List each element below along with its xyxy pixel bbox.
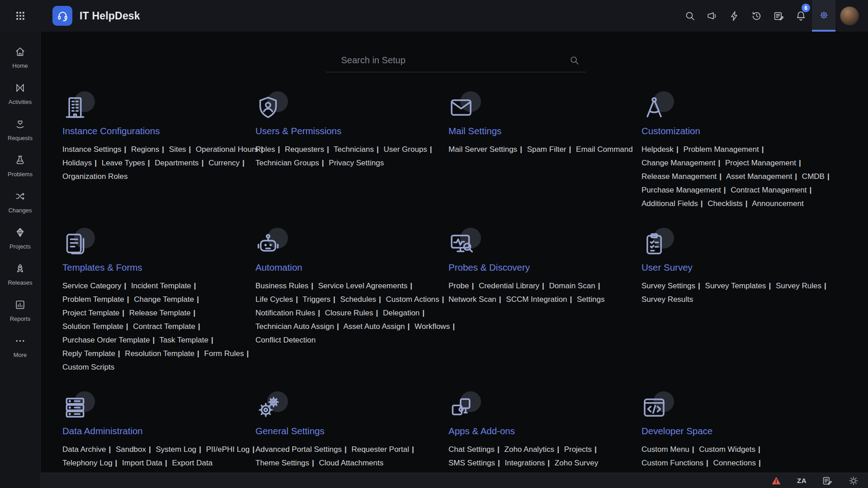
setup-link[interactable]: Operational Hours <box>196 145 258 154</box>
setup-link[interactable]: Advanced Portal Settings <box>255 445 342 454</box>
setup-link[interactable]: Requester Portal <box>351 445 409 454</box>
setup-link[interactable]: Requesters <box>285 145 324 154</box>
setup-link[interactable]: Theme Settings <box>255 459 309 467</box>
sidebar-item-more[interactable]: More <box>2 331 38 362</box>
setup-link[interactable]: Cloud Attachments <box>319 459 384 467</box>
setup-link[interactable]: Reply Template <box>62 349 115 358</box>
setup-link[interactable]: Export Data <box>172 459 212 467</box>
setup-link[interactable]: Custom Actions <box>386 295 439 304</box>
whats-new-icon[interactable] <box>701 0 723 32</box>
category-title[interactable]: Instance Configurations <box>62 126 160 136</box>
setup-link[interactable]: Project Management <box>725 159 796 167</box>
category-title[interactable]: Probes & Discovery <box>448 262 530 273</box>
sidebar-item-problems[interactable]: Problems <box>2 150 38 182</box>
setup-link[interactable]: Departments <box>155 159 198 167</box>
setup-link[interactable]: Network Scan <box>448 295 496 304</box>
setup-link[interactable]: Holidays <box>62 159 92 167</box>
category-title[interactable]: Data Administration <box>62 426 143 436</box>
setup-search-input[interactable] <box>326 50 586 72</box>
setup-link[interactable]: Resolution Template <box>125 349 194 358</box>
setup-link[interactable]: Data Archive <box>62 445 106 454</box>
setup-link[interactable]: Closure Rules <box>325 309 373 317</box>
setup-link[interactable]: Leave Types <box>102 159 145 167</box>
sidebar-item-changes[interactable]: Changes <box>2 186 38 218</box>
category-title[interactable]: Customization <box>642 126 700 136</box>
setup-link[interactable]: Sandbox <box>116 445 146 454</box>
setup-link[interactable]: Survey Rules <box>776 282 821 290</box>
setup-link[interactable]: Asset Management <box>726 172 792 181</box>
setup-link[interactable]: Contract Template <box>133 322 195 331</box>
setup-link[interactable]: System Log <box>156 445 197 454</box>
setup-link[interactable]: CMDB <box>802 172 825 181</box>
settings-icon[interactable] <box>812 0 835 32</box>
setup-link[interactable]: Helpdesk <box>642 145 674 154</box>
setup-link[interactable]: Announcement <box>752 199 803 208</box>
notifications-icon[interactable]: 6 <box>790 0 812 32</box>
setup-link[interactable]: Technician Auto Assign <box>255 322 334 331</box>
setup-link[interactable]: Change Management <box>642 159 716 167</box>
setup-link[interactable]: Business Rules <box>255 282 308 290</box>
setup-link[interactable]: Survey Templates <box>705 282 766 290</box>
setup-link[interactable]: Sites <box>169 145 186 154</box>
search-icon[interactable] <box>679 0 701 32</box>
setup-link[interactable]: Asset Auto Assign <box>343 322 405 331</box>
setup-link[interactable]: Service Level Agreements <box>318 282 408 290</box>
setup-link[interactable]: Project Template <box>62 309 119 317</box>
setup-link[interactable]: Privacy Settings <box>329 159 384 167</box>
setup-link[interactable]: Release Template <box>129 309 191 317</box>
setup-link[interactable]: Credential Library <box>479 282 539 290</box>
alert-icon[interactable] <box>771 475 782 486</box>
setup-link[interactable]: Projects <box>564 445 592 454</box>
setup-link[interactable]: Mail Server Settings <box>448 145 517 154</box>
setup-link[interactable]: Instance Settings <box>62 145 121 154</box>
setup-link[interactable]: Conflict Detection <box>255 336 316 344</box>
feedback-icon[interactable] <box>768 0 790 32</box>
setup-link[interactable]: Probe <box>448 282 469 290</box>
setup-link[interactable]: Custom Functions <box>642 459 703 467</box>
setup-link[interactable]: Schedules <box>340 295 376 304</box>
category-title[interactable]: User Survey <box>642 262 693 273</box>
setup-link[interactable]: Survey Results <box>642 295 693 304</box>
user-avatar[interactable] <box>840 6 859 25</box>
setup-link[interactable]: Delegation <box>383 309 420 317</box>
setup-link[interactable]: Contract Management <box>731 186 807 194</box>
setup-link[interactable]: Integrations <box>505 459 545 467</box>
sidebar-item-reports[interactable]: Reports <box>2 295 38 326</box>
setup-link[interactable]: SMS Settings <box>448 459 495 467</box>
setup-link[interactable]: Custom Menu <box>642 445 689 454</box>
brightness-icon[interactable] <box>848 475 859 486</box>
app-launcher-button[interactable] <box>0 0 41 32</box>
setup-link[interactable]: Triggers <box>302 295 330 304</box>
setup-link[interactable]: Purchase Management <box>642 186 721 194</box>
compose-icon[interactable] <box>822 475 833 486</box>
setup-link[interactable]: SCCM Integration <box>506 295 567 304</box>
category-title[interactable]: Mail Settings <box>448 126 501 136</box>
category-title[interactable]: Templates & Forms <box>62 262 142 273</box>
setup-link[interactable]: Problem Management <box>683 145 759 154</box>
sidebar-item-projects[interactable]: Projects <box>2 222 38 254</box>
setup-link[interactable]: Incident Template <box>131 282 191 290</box>
quick-actions-icon[interactable] <box>723 0 745 32</box>
translate-icon[interactable]: ZA <box>797 477 807 484</box>
setup-link[interactable]: Service Category <box>62 282 121 290</box>
category-title[interactable]: Apps & Add-ons <box>448 426 515 436</box>
category-title[interactable]: Developer Space <box>642 426 712 436</box>
setup-link[interactable]: Life Cycles <box>255 295 293 304</box>
setup-link[interactable]: Custom Widgets <box>699 445 755 454</box>
setup-link[interactable]: Telephony Log <box>62 459 113 467</box>
setup-link[interactable]: Survey Settings <box>642 282 695 290</box>
setup-link[interactable]: Currency <box>208 159 240 167</box>
setup-link[interactable]: Solution Template <box>62 322 123 331</box>
setup-link[interactable]: Workflows <box>415 322 450 331</box>
setup-link[interactable]: Import Data <box>122 459 162 467</box>
setup-link[interactable]: Zoho Analytics <box>505 445 555 454</box>
setup-link[interactable]: Settings <box>577 295 604 304</box>
setup-link[interactable]: Form Rules <box>204 349 244 358</box>
setup-link[interactable]: Technicians <box>334 145 374 154</box>
setup-link[interactable]: Technician Groups <box>255 159 319 167</box>
category-title[interactable]: Users & Permissions <box>255 126 341 136</box>
setup-link[interactable]: Zoho Survey <box>555 459 598 467</box>
setup-link[interactable]: PII/ePHI Log <box>206 445 250 454</box>
setup-link[interactable]: Notification Rules <box>255 309 315 317</box>
setup-link[interactable]: Problem Template <box>62 295 124 304</box>
